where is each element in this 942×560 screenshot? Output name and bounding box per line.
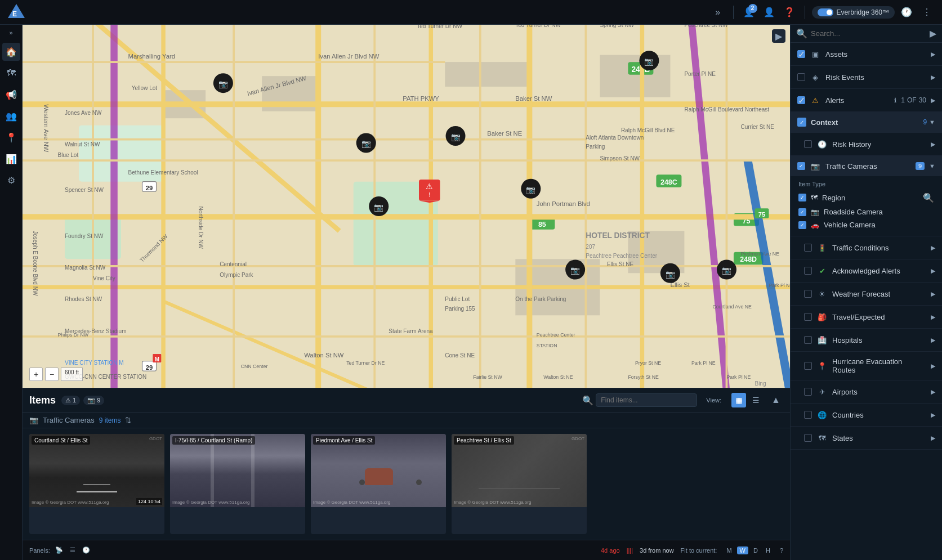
right-search-input[interactable] [811, 29, 926, 38]
travel-expected-checkbox[interactable] [804, 313, 812, 321]
profile-icon: 👤 [764, 7, 775, 17]
items-collapse-button[interactable]: ▲ [769, 393, 783, 407]
traffic-cameras-checkbox[interactable]: ✓ [797, 162, 805, 170]
search-arrow-right[interactable]: ▶ [930, 28, 936, 39]
risk-history-checkbox[interactable] [804, 140, 812, 148]
sort-button[interactable]: ⇅ [125, 416, 131, 424]
clock-icon-button[interactable]: 🕐 [898, 4, 915, 21]
everbridge-toggle[interactable]: Everbridge 360™ [812, 6, 895, 19]
time-btn-W[interactable]: W [737, 546, 748, 554]
clock-icon-bb[interactable]: 🕐 [81, 545, 92, 556]
rp-item-hospitals[interactable]: 🏥 Hospitals ▶ [791, 329, 942, 352]
rp-item-acknowledged-alerts[interactable]: ✔ Acknowledged Alerts ▶ [791, 259, 942, 283]
sidebar-item-map[interactable]: 🗺 [2, 64, 20, 82]
acknowledged-alerts-checkbox[interactable] [804, 267, 812, 275]
airports-chevron: ▶ [931, 388, 935, 396]
countries-checkbox[interactable] [804, 411, 812, 419]
svg-text:Courtland Ave NE: Courtland Ave NE [712, 304, 752, 310]
hurricane-evacuation-checkbox[interactable] [804, 362, 812, 370]
traffic-conditions-checkbox[interactable] [804, 244, 812, 252]
assets-checkbox[interactable]: ✓ [797, 50, 805, 58]
context-header[interactable]: ✓ Context 9 ▼ [791, 112, 942, 133]
notification-badge: 2 [748, 4, 757, 13]
svg-text:Public Lot: Public Lot [445, 296, 470, 302]
sidebar-expand-button[interactable]: » [9, 29, 12, 36]
svg-text:Ellis St NE: Ellis St NE [607, 261, 634, 267]
region-checkbox[interactable]: ✓ [798, 194, 806, 201]
rp-item-risk-events[interactable]: ◈ Risk Events ▶ [791, 66, 942, 89]
alerts-checkbox[interactable]: ✓ [797, 96, 805, 104]
weather-forecast-checkbox[interactable] [804, 290, 812, 298]
travel-expected-chevron: ▶ [931, 313, 935, 321]
camera-card[interactable]: Peachtree St / Ellis St Image © Georgia … [452, 434, 587, 534]
items-search-input[interactable] [596, 393, 697, 407]
camera-card[interactable]: Courtland St / Ellis St Image © Georgia … [29, 434, 164, 534]
alerts-count: 1 [901, 96, 905, 104]
svg-text:Northside Dr NW: Northside Dr NW [198, 207, 204, 249]
alert-count: 1 [73, 397, 76, 404]
svg-text:CNN Center: CNN Center [241, 364, 268, 369]
time-ago-label: 4d ago [601, 547, 620, 554]
sidebar-item-location[interactable]: 📍 [2, 128, 20, 146]
sidebar-item-users[interactable]: 👥 [2, 107, 20, 125]
sidebar-item-reports[interactable]: 📊 [2, 150, 20, 168]
acknowledged-alerts-chevron: ▶ [931, 267, 935, 275]
zoom-out-button[interactable]: − [45, 368, 59, 381]
rp-item-alerts[interactable]: ✓ ⚠ Alerts ℹ 1 OF 30 ▶ [791, 89, 942, 112]
time-btn-M[interactable]: M [724, 546, 734, 554]
region-label: Region [822, 194, 845, 202]
region-search[interactable]: 🔍 [923, 192, 934, 203]
traffic-cameras-chevron[interactable]: ▼ [929, 163, 935, 169]
map-collapse-button[interactable]: ▶ [772, 29, 785, 43]
sidebar-item-settings[interactable]: ⚙ [2, 171, 20, 189]
user-profile-button[interactable]: 👤 [761, 4, 778, 21]
traffic-cameras-label: Traffic Cameras [825, 162, 911, 171]
context-checkbox[interactable]: ✓ [797, 118, 806, 127]
svg-text:Marshalling Yard: Marshalling Yard [128, 53, 175, 60]
notifications-button[interactable]: 👤 2 [740, 4, 757, 21]
airports-checkbox[interactable] [804, 388, 812, 396]
view-list-button[interactable]: ☰ [748, 393, 763, 407]
collapse-panels-button[interactable]: » [709, 4, 726, 21]
rp-item-travel-expected[interactable]: 🎒 Travel/Expected ▶ [791, 306, 942, 329]
camera-card[interactable]: Piedmont Ave / Ellis St Image © Georgia … [311, 434, 446, 534]
rp-item-risk-history[interactable]: 🕐 Risk History ▶ [791, 133, 942, 156]
toggle-switch[interactable] [818, 8, 833, 16]
states-checkbox[interactable] [804, 434, 812, 442]
svg-text:Bing: Bing [755, 380, 766, 387]
view-grid-button[interactable]: ▦ [731, 393, 746, 407]
rp-item-traffic-conditions[interactable]: 🚦 Traffic Conditions ▶ [791, 236, 942, 259]
rss-icon[interactable]: 📡 [53, 545, 65, 556]
svg-text:Walton St NW: Walton St NW [304, 352, 344, 359]
camera-label-3: Piedmont Ave / Ellis St [313, 436, 375, 445]
travel-expected-icon: 🎒 [816, 311, 828, 322]
camera-badge: 📷 9 [83, 396, 104, 405]
left-sidebar: » 🏠 🗺 📢 👥 📍 📊 ⚙ [0, 25, 23, 560]
rp-item-airports[interactable]: ✈ Airports ▶ [791, 380, 942, 404]
time-btn-D[interactable]: D [751, 546, 761, 554]
items-search: 🔍 [582, 393, 697, 407]
svg-text:Peachtree St NW: Peachtree St NW [684, 25, 728, 28]
rp-item-countries[interactable]: 🌐 Countries ▶ [791, 404, 942, 427]
rp-item-assets[interactable]: ✓ ▣ Assets ▶ [791, 43, 942, 66]
rp-item-weather-forecast[interactable]: ☀ Weather Forecast ▶ [791, 283, 942, 306]
traffic-cameras-header[interactable]: ✓ 📷 Traffic Cameras 9 ▼ [791, 156, 942, 176]
hospitals-checkbox[interactable] [804, 336, 812, 344]
risk-events-checkbox[interactable] [797, 73, 805, 81]
roadside-checkbox[interactable]: ✓ [798, 208, 806, 216]
time-btn-H[interactable]: H [763, 546, 773, 554]
rp-item-hurricane-evacuation[interactable]: 📍 Hurricane Evacuation Routes ▶ [791, 352, 942, 380]
help-icon-bb[interactable]: ? [780, 547, 783, 554]
sidebar-item-home[interactable]: 🏠 [2, 43, 20, 61]
sidebar-item-alerts[interactable]: 📢 [2, 86, 20, 104]
map-container[interactable]: 249B 85 248C 75 248D [23, 25, 790, 388]
rp-item-states[interactable]: 🗺 States ▶ [791, 427, 942, 450]
vehicle-checkbox[interactable]: ✓ [798, 221, 806, 229]
more-options-button[interactable]: ⋮ [918, 4, 935, 21]
svg-text:!: ! [428, 192, 430, 198]
help-button[interactable]: ❓ [781, 4, 798, 21]
list-icon-bb[interactable]: ☰ [67, 545, 78, 556]
items-header: Items ⚠ 1 📷 9 🔍 View: [23, 388, 790, 413]
camera-card[interactable]: I-75/I-85 / Courtland St (Ramp) Image © … [170, 434, 305, 534]
zoom-in-button[interactable]: + [29, 368, 43, 381]
